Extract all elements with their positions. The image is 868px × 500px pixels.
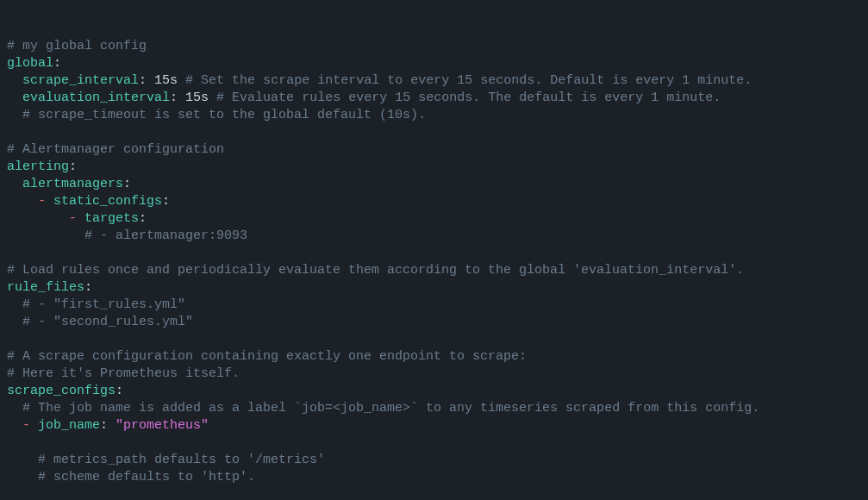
yaml-string: "prometheus": [116, 418, 209, 433]
comment-line: # Here it's Prometheus itself.: [7, 366, 240, 381]
comment-line: # - "second_rules.yml": [22, 315, 193, 329]
yaml-key-alertmanagers: alertmanagers: [22, 177, 123, 191]
yaml-dash: -: [69, 211, 77, 226]
comment-inline: # Set the scrape interval to every 15 se…: [185, 73, 752, 88]
comment-line: # - "first_rules.yml": [22, 297, 185, 312]
comment-line: # my global config: [7, 39, 147, 53]
yaml-key-global: global: [7, 56, 53, 71]
yaml-value: 15s: [185, 91, 209, 105]
yaml-key-scrape-interval: scrape_interval: [22, 73, 139, 88]
comment-inline: # Evaluate rules every 15 seconds. The d…: [216, 91, 721, 105]
comment-line: # The job name is added as a label `job=…: [22, 401, 759, 416]
comment-line: # Alertmanager configuration: [7, 142, 224, 157]
comment-line: # Load rules once and periodically evalu…: [7, 263, 744, 278]
yaml-key-alerting: alerting: [7, 159, 69, 174]
yaml-key-targets: targets: [84, 211, 139, 226]
yaml-dash: -: [22, 418, 30, 433]
comment-line: # scheme defaults to 'http'.: [38, 470, 255, 484]
yaml-key-scrape-configs: scrape_configs: [7, 384, 116, 398]
yaml-key-static-configs: static_configs: [53, 194, 162, 209]
code-editor[interactable]: # my global config global: scrape_interv…: [7, 38, 861, 500]
yaml-key-rule-files: rule_files: [7, 280, 84, 295]
yaml-key-job-name: job_name: [38, 418, 100, 433]
yaml-dash: -: [38, 194, 46, 209]
comment-line: # scrape_timeout is set to the global de…: [22, 108, 426, 122]
yaml-value: 15s: [154, 73, 178, 88]
yaml-key-evaluation-interval: evaluation_interval: [22, 91, 170, 105]
comment-line: # - alertmanager:9093: [84, 228, 247, 243]
comment-line: # metrics_path defaults to '/metrics': [38, 453, 325, 467]
comment-line: # A scrape configuration containing exac…: [7, 349, 527, 364]
